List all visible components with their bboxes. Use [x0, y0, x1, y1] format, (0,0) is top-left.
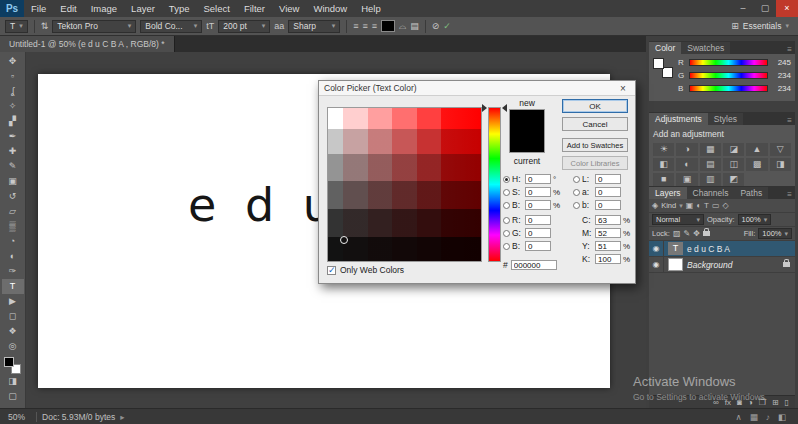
add-to-swatches-button[interactable]: Add to Swatches: [562, 138, 628, 152]
menu-edit[interactable]: Edit: [53, 0, 83, 17]
maximize-button[interactable]: ▢: [754, 0, 776, 17]
screen-mode-tool[interactable]: ▢: [2, 389, 24, 404]
panel-color-swatches[interactable]: [653, 58, 673, 78]
menu-type[interactable]: Type: [162, 0, 197, 17]
clone-stamp-tool[interactable]: ▣: [2, 174, 24, 189]
threshold-icon[interactable]: ▣: [676, 173, 697, 186]
foreground-color-swatch[interactable]: [4, 357, 14, 367]
h-input[interactable]: [525, 174, 551, 184]
c-input[interactable]: [595, 215, 621, 225]
h-radio[interactable]: [503, 176, 510, 183]
panel-menu-icon[interactable]: ≡: [787, 116, 795, 125]
marquee-tool[interactable]: ▫: [2, 69, 24, 84]
selective-color-icon[interactable]: ▥: [700, 173, 721, 186]
text-color-swatch[interactable]: [381, 20, 395, 32]
dodge-tool[interactable]: ◐: [2, 249, 24, 264]
path-selection-tool[interactable]: ▶: [2, 294, 24, 309]
align-left-icon[interactable]: ≡: [353, 21, 358, 31]
font-family-select[interactable]: Tekton Pro ▾: [52, 20, 136, 33]
menu-filter[interactable]: Filter: [237, 0, 272, 17]
fill-select[interactable]: 100% ▾: [758, 228, 792, 239]
menu-image[interactable]: Image: [84, 0, 124, 17]
text-orientation-icon[interactable]: ⇅: [41, 21, 49, 31]
opacity-select[interactable]: 100% ▾: [738, 214, 772, 225]
hand-tool[interactable]: ❖: [2, 324, 24, 339]
color-balance-icon[interactable]: ◧: [653, 158, 674, 171]
hue-slider-arrow-right[interactable]: [502, 104, 507, 112]
brush-tool[interactable]: ✎: [2, 159, 24, 174]
levels-icon[interactable]: ◑: [676, 143, 697, 156]
lock-position-icon[interactable]: ✥: [693, 229, 700, 238]
b-slider[interactable]: [689, 85, 768, 92]
visibility-eye-icon[interactable]: ◉: [649, 241, 664, 257]
menu-help[interactable]: Help: [354, 0, 388, 17]
filter-smart-objects-icon[interactable]: ◇: [723, 201, 729, 210]
move-tool[interactable]: ✥: [2, 54, 24, 69]
text-layer-thumbnail[interactable]: T: [668, 242, 683, 255]
channel-mixer-icon[interactable]: ◫: [723, 158, 744, 171]
font-style-select[interactable]: Bold Co... ▾: [140, 20, 202, 33]
link-layers-icon[interactable]: ∞: [713, 398, 719, 407]
g-slider[interactable]: [689, 72, 768, 79]
gradient-tool[interactable]: ▒: [2, 219, 24, 234]
eraser-tool[interactable]: ▱: [2, 204, 24, 219]
minimize-button[interactable]: –: [732, 0, 754, 17]
healing-brush-tool[interactable]: ✚: [2, 144, 24, 159]
tray-icon-1[interactable]: ▦: [750, 412, 758, 422]
filter-adjustment-layers-icon[interactable]: ◐: [696, 201, 701, 210]
photo-filter-icon[interactable]: ▤: [700, 158, 721, 171]
layer-group-icon[interactable]: ❐: [759, 398, 766, 407]
blend-mode-select[interactable]: Normal ▾: [652, 214, 704, 225]
align-center-icon[interactable]: ≡: [363, 21, 368, 31]
vibrance-icon[interactable]: ▲: [746, 143, 767, 156]
commit-edit-icon[interactable]: ✓: [443, 21, 451, 31]
layer-name[interactable]: e d u C B A: [687, 244, 730, 254]
color-libraries-button[interactable]: Color Libraries: [562, 156, 628, 170]
ok-button[interactable]: OK: [562, 99, 628, 113]
g-radio[interactable]: [503, 230, 510, 237]
foreground-background-swatches[interactable]: [4, 357, 21, 374]
l-input[interactable]: [595, 174, 621, 184]
cancel-button[interactable]: Cancel: [562, 117, 628, 131]
tray-chevron-icon[interactable]: ∧: [735, 412, 741, 422]
anti-alias-select[interactable]: Sharp ▾: [288, 20, 340, 33]
r-slider[interactable]: [689, 59, 768, 66]
exposure-icon[interactable]: ◪: [723, 143, 744, 156]
shape-tool[interactable]: ◻: [2, 309, 24, 324]
lock-all-icon[interactable]: [703, 231, 710, 236]
layer-row-text[interactable]: ◉ T e d u C B A: [649, 241, 795, 257]
b-input[interactable]: [525, 200, 551, 210]
delete-layer-icon[interactable]: ▯: [785, 398, 789, 407]
menu-file[interactable]: File: [24, 0, 53, 17]
zoom-level[interactable]: 50%: [0, 412, 31, 422]
zoom-tool[interactable]: ◎: [2, 339, 24, 354]
dialog-title-bar[interactable]: Color Picker (Text Color) ×: [319, 81, 635, 96]
history-brush-tool[interactable]: ↺: [2, 189, 24, 204]
s-input[interactable]: [525, 187, 551, 197]
b-slider-value[interactable]: 234: [771, 84, 791, 93]
document-tab[interactable]: Untitled-1 @ 50% (e d u C B A , RGB/8) *: [0, 36, 175, 52]
brightness-contrast-icon[interactable]: ☀: [653, 143, 674, 156]
color-lookup-icon[interactable]: ▩: [746, 158, 767, 171]
lab-b-input[interactable]: [595, 200, 621, 210]
hue-slider-arrow-left[interactable]: [482, 104, 487, 112]
font-size-select[interactable]: 200 pt ▾: [218, 20, 270, 33]
b-radio[interactable]: [503, 202, 510, 209]
cancel-edit-icon[interactable]: ⊘: [432, 21, 440, 31]
color-field-marker[interactable]: [340, 236, 348, 244]
hex-input[interactable]: [511, 260, 557, 270]
panel-menu-icon[interactable]: ≡: [787, 45, 795, 54]
r-input[interactable]: [525, 215, 551, 225]
g-slider-value[interactable]: 234: [771, 71, 791, 80]
background-layer-thumbnail[interactable]: [668, 258, 683, 271]
r-slider-value[interactable]: 245: [771, 58, 791, 67]
tab-styles[interactable]: Styles: [708, 113, 743, 125]
g-input[interactable]: [525, 228, 551, 238]
pen-tool[interactable]: ✑: [2, 264, 24, 279]
quick-mask-tool[interactable]: ◨: [2, 374, 24, 389]
tab-adjustments[interactable]: Adjustments: [649, 113, 708, 125]
tab-swatches[interactable]: Swatches: [681, 42, 730, 54]
k-input[interactable]: [595, 254, 621, 264]
menu-select[interactable]: Select: [196, 0, 236, 17]
close-button[interactable]: ×: [776, 0, 798, 17]
